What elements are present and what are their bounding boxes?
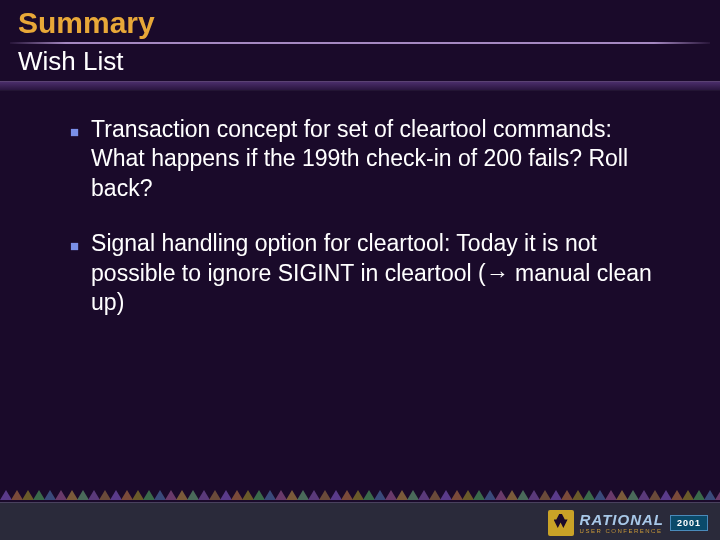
slide-header: Summary [0,0,720,40]
brand-year-badge: 2001 [670,515,708,531]
triangle-strip [0,490,720,502]
slide-footer: RATIONAL USER CONFERENCE 2001 [0,482,720,540]
footer-band: RATIONAL USER CONFERENCE 2001 [0,502,720,540]
runner-icon [548,510,574,536]
triangle-icon [715,490,720,500]
brand-logo-block: RATIONAL USER CONFERENCE 2001 [548,510,708,536]
bullet-text: Signal handling option for cleartool: To… [91,229,670,317]
brand-text-wrap: RATIONAL USER CONFERENCE [580,512,664,534]
slide-subtitle: Wish List [0,44,720,77]
brand-name: RATIONAL [580,512,664,527]
content-area: ■ Transaction concept for set of clearto… [0,91,720,318]
bullet-icon: ■ [70,236,79,317]
header-band [0,81,720,91]
brand-subtitle: USER CONFERENCE [580,528,664,534]
bullet-icon: ■ [70,122,79,203]
slide-title: Summary [18,6,702,40]
list-item: ■ Transaction concept for set of clearto… [70,115,670,203]
list-item: ■ Signal handling option for cleartool: … [70,229,670,317]
slide: Summary Wish List ■ Transaction concept … [0,0,720,540]
bullet-text: Transaction concept for set of cleartool… [91,115,670,203]
